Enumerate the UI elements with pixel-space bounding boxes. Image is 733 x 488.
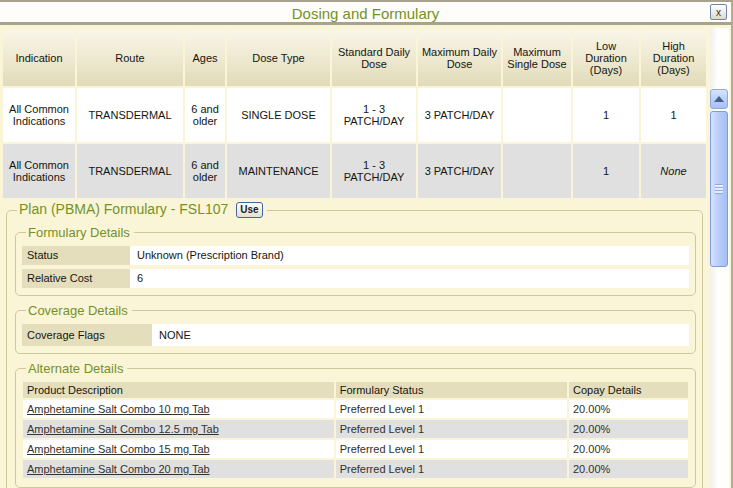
relative-cost-label: Relative Cost (22, 269, 130, 288)
table-cell: Preferred Level 1 (336, 460, 567, 478)
table-cell: 6 and older (185, 144, 225, 198)
column-header: Copay Details (569, 382, 688, 398)
formulary-details-section: Formulary Details Status Unknown (Prescr… (15, 225, 696, 296)
table-cell: Amphetamine Salt Combo 15 mg Tab (23, 440, 334, 458)
close-icon[interactable]: x (710, 4, 727, 20)
scrollable-content: Indication Route Ages Dose Type Standard… (0, 28, 711, 488)
status-value: Unknown (Prescription Brand) (130, 246, 689, 265)
window-titlebar: Dosing and Formulary (0, 2, 731, 25)
column-header: High Duration (Days) (641, 30, 706, 86)
table-cell: None (641, 144, 706, 198)
use-button[interactable]: Use (236, 202, 262, 218)
relative-cost-row: Relative Cost 6 (22, 269, 689, 288)
table-cell (503, 144, 571, 198)
scroll-up-arrow-icon (714, 96, 724, 102)
table-cell: Preferred Level 1 (336, 420, 567, 438)
table-cell: Amphetamine Salt Combo 10 mg Tab (23, 400, 334, 418)
table-row: All Common Indications TRANSDERMAL 6 and… (3, 88, 706, 142)
column-header: Indication (3, 30, 75, 86)
table-cell: 1 (641, 88, 706, 142)
table-cell: Amphetamine Salt Combo 12.5 mg Tab (23, 420, 334, 438)
column-header: Maximum Daily Dose (418, 30, 501, 86)
table-cell: Preferred Level 1 (336, 400, 567, 418)
column-header: Maximum Single Dose (503, 30, 571, 86)
table-row: All Common Indications TRANSDERMAL 6 and… (3, 144, 706, 198)
table-row: Amphetamine Salt Combo 20 mg Tab Preferr… (23, 460, 688, 478)
window-title: Dosing and Formulary (0, 2, 731, 25)
product-link[interactable]: Amphetamine Salt Combo 15 mg Tab (27, 443, 210, 455)
table-cell: 1 - 3 PATCH/DAY (332, 88, 416, 142)
table-row: Amphetamine Salt Combo 10 mg Tab Preferr… (23, 400, 688, 418)
plan-formulary-section: Plan (PBMA) Formulary - FSL107 Use Formu… (6, 202, 703, 488)
product-link[interactable]: Amphetamine Salt Combo 10 mg Tab (27, 403, 210, 415)
alternate-header-row: Product Description Formulary Status Cop… (23, 382, 688, 398)
scrollbar-thumb[interactable] (710, 111, 728, 267)
status-label: Status (22, 246, 130, 265)
product-link[interactable]: Amphetamine Salt Combo 12.5 mg Tab (27, 423, 219, 435)
column-header: Product Description (23, 382, 334, 398)
product-link[interactable]: Amphetamine Salt Combo 20 mg Tab (27, 463, 210, 475)
table-row: Amphetamine Salt Combo 15 mg Tab Preferr… (23, 440, 688, 458)
column-header: Low Duration (Days) (573, 30, 639, 86)
dosing-header-row: Indication Route Ages Dose Type Standard… (3, 30, 706, 86)
table-cell: 1 (573, 144, 639, 198)
column-header: Route (77, 30, 183, 86)
table-cell: All Common Indications (3, 88, 75, 142)
coverage-flags-label: Coverage Flags (22, 324, 152, 346)
alternate-details-section: Alternate Details Product Description Fo… (15, 361, 696, 488)
table-cell: 20.00% (569, 460, 688, 478)
column-header: Formulary Status (336, 382, 567, 398)
alternate-details-legend: Alternate Details (26, 361, 127, 376)
coverage-details-section: Coverage Details Coverage Flags NONE (15, 303, 696, 354)
table-cell: 20.00% (569, 400, 688, 418)
plan-formulary-title: Plan (PBMA) Formulary - FSL107 (19, 201, 228, 217)
vertical-scrollbar[interactable] (710, 28, 729, 488)
column-header: Ages (185, 30, 225, 86)
formulary-details-legend: Formulary Details (26, 225, 134, 240)
table-cell (503, 88, 571, 142)
table-cell: 20.00% (569, 420, 688, 438)
scrollbar-grip-icon (715, 184, 723, 194)
table-cell: 3 PATCH/DAY (418, 144, 501, 198)
table-cell: SINGLE DOSE (227, 88, 330, 142)
table-cell: All Common Indications (3, 144, 75, 198)
table-cell: 3 PATCH/DAY (418, 88, 501, 142)
table-cell: 1 (573, 88, 639, 142)
dosing-formulary-window: Dosing and Formulary x Indication Route … (0, 0, 733, 488)
plan-formulary-legend: Plan (PBMA) Formulary - FSL107 Use (17, 202, 267, 218)
alternate-products-table: Product Description Formulary Status Cop… (21, 380, 690, 480)
coverage-flags-value: NONE (152, 324, 689, 346)
dosing-table: Indication Route Ages Dose Type Standard… (1, 28, 708, 200)
coverage-details-legend: Coverage Details (26, 303, 132, 318)
table-cell: 6 and older (185, 88, 225, 142)
column-header: Dose Type (227, 30, 330, 86)
table-cell: TRANSDERMAL (77, 88, 183, 142)
status-row: Status Unknown (Prescription Brand) (22, 246, 689, 265)
table-cell: 1 - 3 PATCH/DAY (332, 144, 416, 198)
coverage-flags-row: Coverage Flags NONE (22, 324, 689, 346)
table-cell: 20.00% (569, 440, 688, 458)
table-cell: MAINTENANCE (227, 144, 330, 198)
table-cell: Preferred Level 1 (336, 440, 567, 458)
column-header: Standard Daily Dose (332, 30, 416, 86)
table-cell: TRANSDERMAL (77, 144, 183, 198)
table-row: Amphetamine Salt Combo 12.5 mg Tab Prefe… (23, 420, 688, 438)
relative-cost-value: 6 (130, 269, 689, 288)
scroll-up-button[interactable] (710, 89, 728, 109)
table-cell: Amphetamine Salt Combo 20 mg Tab (23, 460, 334, 478)
